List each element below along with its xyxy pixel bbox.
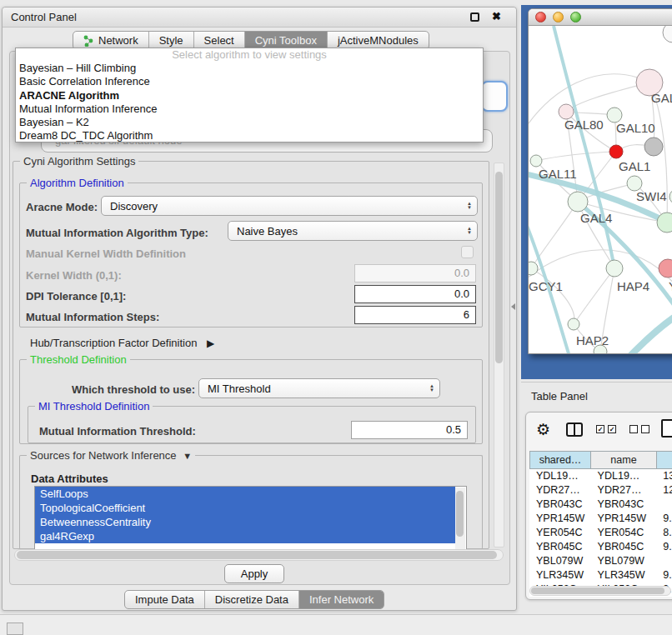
- table-cell[interactable]: 9.: [656, 568, 672, 582]
- network-edge-highlighted[interactable]: [554, 26, 614, 268]
- data-attribute-item[interactable]: SelfLoops: [35, 487, 455, 501]
- splitter-collapse-icon[interactable]: [511, 303, 515, 310]
- table-cell[interactable]: YBR043C: [529, 498, 591, 512]
- panel-grip[interactable]: [7, 622, 23, 635]
- network-node-gal11[interactable]: [530, 155, 542, 167]
- algorithm-option[interactable]: Bayesian – K2: [16, 116, 483, 129]
- tab-discretize-data[interactable]: Discretize Data: [205, 591, 299, 608]
- table-cell[interactable]: YPR145W: [591, 512, 657, 526]
- algorithm-option[interactable]: Dream8 DC_TDC Algorithm: [16, 129, 483, 142]
- data-attribute-item[interactable]: gal4RGexp: [35, 529, 455, 543]
- table-cell[interactable]: YPR145W: [529, 512, 591, 526]
- algorithm-option[interactable]: Basic Correlation Inference: [16, 75, 483, 88]
- network-node-y[interactable]: [659, 259, 672, 278]
- table-cell[interactable]: 13: [656, 469, 672, 483]
- deselect-all-icon[interactable]: [629, 425, 638, 433]
- algorithm-option[interactable]: Mutual Information Inference: [16, 102, 483, 116]
- list-scrollbar[interactable]: [455, 488, 465, 549]
- network-edge[interactable]: [536, 152, 616, 161]
- select-all-icon[interactable]: ✓: [608, 425, 616, 433]
- network-node-hap2[interactable]: [568, 318, 579, 330]
- table-cell[interactable]: 9.: [656, 512, 672, 526]
- table-cell[interactable]: [656, 554, 672, 568]
- network-node[interactable]: [663, 26, 672, 42]
- settings-horizontal-scrollbar[interactable]: [14, 549, 504, 561]
- network-canvas[interactable]: GALGAL80GAL10GAL11GAL1SWI4GAL4GCY1HAP4YH…: [529, 26, 672, 354]
- table-cell[interactable]: YDR27…: [529, 483, 591, 498]
- network-node[interactable]: [594, 345, 607, 354]
- sources-group-title[interactable]: Sources for Network Inference ▼: [27, 449, 195, 462]
- table-cell[interactable]: YDL19…: [591, 469, 657, 483]
- inference-algorithm-combo-partial[interactable]: [481, 81, 508, 112]
- network-edge[interactable]: [529, 74, 649, 151]
- new-table-icon[interactable]: [661, 419, 672, 438]
- data-attribute-item[interactable]: TopologicalCoefficient: [35, 501, 455, 515]
- table-cell[interactable]: [656, 498, 672, 512]
- aracne-mode-combo[interactable]: Discovery ▲▼: [101, 196, 478, 216]
- table-cell[interactable]: YLR345W: [529, 568, 591, 582]
- settings-gear-icon[interactable]: ⚙: [536, 420, 550, 439]
- table-row[interactable]: YBL079WYBL079W: [529, 554, 672, 568]
- which-threshold-combo[interactable]: MI Threshold ▲▼: [198, 378, 440, 398]
- table-row[interactable]: YDR27…YDR27…12: [529, 483, 672, 498]
- column-header-partial[interactable]: [657, 451, 672, 469]
- deselect-all-icon[interactable]: [641, 425, 649, 433]
- select-all-icon[interactable]: ✓: [596, 425, 604, 433]
- table-horizontal-scrollbar[interactable]: [529, 586, 671, 596]
- table-row[interactable]: YER054CYER054C8.: [529, 526, 672, 540]
- manual-kernel-checkbox[interactable]: [461, 246, 474, 258]
- split-panel-icon[interactable]: [566, 422, 583, 437]
- table-row[interactable]: YBR043CYBR043C: [529, 498, 672, 512]
- algorithm-option[interactable]: Bayesian – Hill Climbing: [16, 62, 483, 75]
- column-header-shared…[interactable]: shared…: [529, 451, 591, 469]
- zoom-traffic-light[interactable]: [570, 12, 581, 22]
- table-cell[interactable]: YDR27…: [591, 483, 657, 498]
- mi-steps-field[interactable]: 6: [354, 306, 476, 324]
- minimize-traffic-light[interactable]: [553, 12, 564, 22]
- float-window-icon[interactable]: [470, 12, 479, 22]
- algorithm-option[interactable]: ARACNE Algorithm: [16, 89, 483, 102]
- network-node-gcy1[interactable]: [529, 262, 538, 275]
- network-node[interactable]: [644, 138, 663, 156]
- table-cell[interactable]: YBL079W: [529, 554, 591, 568]
- table-cell[interactable]: YBL079W: [591, 554, 657, 568]
- tab-cyni-toolbox[interactable]: Cyni Toolbox: [245, 32, 328, 49]
- network-edge[interactable]: [574, 268, 614, 324]
- table-cell[interactable]: YER054C: [529, 526, 591, 540]
- table-cell[interactable]: 8.: [656, 526, 672, 540]
- tab-jactivemnodules[interactable]: jActiveMNodules: [328, 32, 429, 49]
- close-traffic-light[interactable]: [535, 12, 546, 22]
- table-cell[interactable]: YER054C: [591, 526, 657, 540]
- tab-style[interactable]: Style: [149, 32, 194, 49]
- table-row[interactable]: YBR045CYBR045C9.: [529, 540, 672, 554]
- tab-impute-data[interactable]: Impute Data: [125, 591, 205, 608]
- tab-select[interactable]: Select: [194, 32, 245, 49]
- table-cell[interactable]: YLR345W: [591, 568, 657, 582]
- table-cell[interactable]: 9.: [656, 540, 672, 554]
- table-cell[interactable]: YBR045C: [529, 540, 591, 554]
- network-edge-highlighted[interactable]: [627, 309, 672, 354]
- tab-network[interactable]: Network: [73, 32, 149, 49]
- table-cell[interactable]: YBR043C: [591, 498, 657, 512]
- data-attribute-item[interactable]: BetweennessCentrality: [35, 515, 455, 529]
- table-row[interactable]: YLR345WYLR345W9.: [529, 568, 672, 582]
- table-cell[interactable]: YBR045C: [591, 540, 657, 554]
- table-cell[interactable]: YDL19…: [529, 469, 591, 483]
- table-cell[interactable]: 12: [656, 483, 672, 498]
- close-icon[interactable]: ✖: [492, 10, 501, 22]
- dpi-tolerance-field[interactable]: 0.0: [354, 285, 476, 303]
- kernel-width-field[interactable]: 0.0: [354, 264, 476, 282]
- settings-vertical-scrollbar[interactable]: [494, 162, 504, 548]
- tab-infer-network[interactable]: Infer Network: [299, 591, 384, 608]
- mi-threshold-field[interactable]: 0.5: [351, 421, 468, 439]
- network-node-gal4[interactable]: [568, 192, 588, 212]
- table-row[interactable]: YDL19…YDL19…13: [529, 469, 672, 483]
- control-panel-window: Control Panel ✖ NetworkStyleSelectCyni T…: [2, 7, 517, 611]
- network-node[interactable]: [609, 145, 623, 158]
- mi-type-combo[interactable]: Naive Bayes ▲▼: [228, 221, 478, 241]
- hub-definition-expander[interactable]: Hub/Transcription Factor Definition ▶: [30, 337, 214, 349]
- apply-button[interactable]: Apply: [224, 564, 284, 583]
- network-node-hap4[interactable]: [606, 260, 623, 277]
- column-header-name[interactable]: name: [591, 451, 657, 469]
- table-row[interactable]: YPR145WYPR145W9.: [529, 512, 672, 526]
